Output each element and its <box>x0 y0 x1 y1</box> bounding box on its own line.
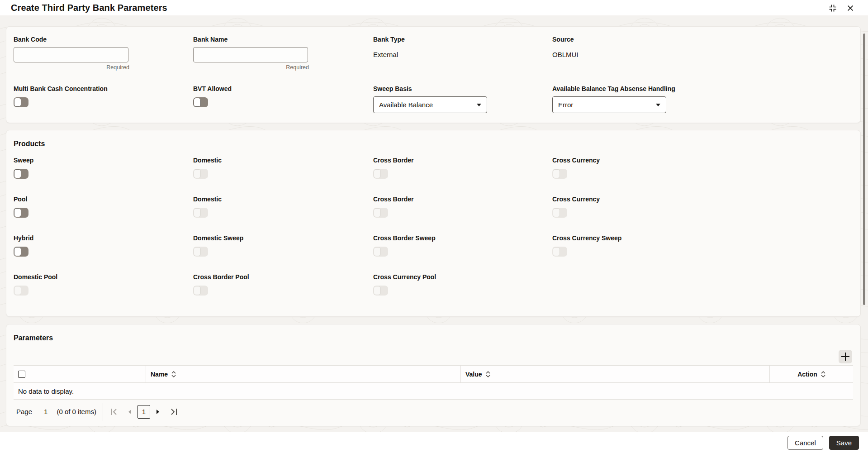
previous-page-icon[interactable] <box>128 409 132 415</box>
toggle-knob <box>374 247 381 256</box>
main-content: Bank Code Required Bank Name Required Ba… <box>0 15 868 432</box>
bank-name-required-hint: Required <box>193 64 309 71</box>
bank-code-label: Bank Code <box>14 35 193 43</box>
source-label: Source <box>552 35 853 43</box>
sort-icon[interactable] <box>821 371 825 378</box>
sweep-cross-currency-toggle <box>552 169 567 179</box>
bank-details-panel: Bank Code Required Bank Name Required Ba… <box>6 26 861 123</box>
collapse-icon[interactable] <box>828 4 837 13</box>
product-label: Domestic <box>193 195 373 203</box>
product-label: Cross Currency <box>552 156 853 164</box>
abs-handling-field: Available Balance Tag Absense Handling E… <box>552 80 853 123</box>
products-panel: Products Sweep Domestic Cross Border Cro… <box>6 130 861 317</box>
toggle-knob <box>374 286 381 295</box>
select-all-checkbox[interactable] <box>18 371 25 378</box>
products-row: Sweep Domestic Cross Border Cross Curren… <box>14 156 853 179</box>
bank-code-field: Bank Code Required <box>14 27 193 80</box>
abs-handling-selected-value: Error <box>558 101 573 109</box>
product-sweep-cross-border: Cross Border <box>373 156 552 179</box>
product-label: Hybrid <box>14 234 193 242</box>
sweep-cross-border-toggle <box>373 169 388 179</box>
product-domestic-pool: Domestic Pool <box>14 273 193 296</box>
bvt-allowed-toggle[interactable] <box>193 97 208 107</box>
product-label: Pool <box>14 195 193 203</box>
bank-name-input[interactable] <box>193 47 308 62</box>
parameters-section-title: Parameters <box>14 334 853 342</box>
footer-bar: Cancel Save <box>0 432 868 453</box>
product-hybrid-domestic-sweep: Domestic Sweep <box>193 234 373 257</box>
sweep-basis-label: Sweep Basis <box>373 85 552 93</box>
sweep-basis-field: Sweep Basis Available Balance <box>373 80 552 123</box>
select-all-header-cell <box>14 366 146 382</box>
parameters-table-header: Name Value Action <box>14 366 853 383</box>
toggle-knob <box>553 247 560 256</box>
toggle-knob <box>14 169 21 178</box>
multi-bank-cash-concentration-toggle[interactable] <box>14 97 28 107</box>
product-label: Cross Border <box>373 156 552 164</box>
sweep-basis-select[interactable]: Available Balance <box>373 96 487 113</box>
name-column-header[interactable]: Name <box>146 366 461 382</box>
bank-type-label: Bank Type <box>373 35 552 43</box>
product-hybrid: Hybrid <box>14 234 193 257</box>
sort-icon[interactable] <box>171 371 176 378</box>
chevron-down-icon <box>656 104 660 106</box>
toggle-knob <box>374 208 381 217</box>
product-hybrid-cross-border-sweep: Cross Border Sweep <box>373 234 552 257</box>
pool-toggle[interactable] <box>14 208 28 218</box>
toggle-knob <box>14 286 21 295</box>
last-page-icon[interactable] <box>169 408 178 416</box>
close-icon[interactable] <box>846 4 854 12</box>
multi-bank-cash-concentration-label: Multi Bank Cash Concentration <box>14 85 193 93</box>
product-pool: Pool <box>14 195 193 218</box>
products-row: Pool Domestic Cross Border Cross Currenc… <box>14 195 853 218</box>
chevron-down-icon <box>477 104 481 106</box>
abs-handling-select[interactable]: Error <box>552 96 666 113</box>
bank-code-input[interactable] <box>14 47 128 62</box>
add-parameter-button[interactable] <box>839 350 852 363</box>
next-page-icon[interactable] <box>156 409 160 415</box>
current-page-button[interactable]: 1 <box>138 405 150 419</box>
hybrid-toggle[interactable] <box>14 247 28 257</box>
toggle-knob <box>14 208 21 217</box>
action-column-header[interactable]: Action <box>770 366 853 382</box>
items-summary: (0 of 0 items) <box>57 408 96 415</box>
name-column-label: Name <box>151 371 168 378</box>
window-controls <box>828 4 854 13</box>
first-page-icon[interactable] <box>109 408 119 416</box>
vertical-scrollbar[interactable] <box>863 33 865 305</box>
product-cross-border-pool: Cross Border Pool <box>193 273 373 296</box>
sort-icon[interactable] <box>486 371 490 378</box>
product-label: Domestic Pool <box>14 273 193 281</box>
domestic-sweep-toggle <box>193 247 208 257</box>
value-column-header[interactable]: Value <box>461 366 770 382</box>
value-column-label: Value <box>465 371 482 378</box>
product-label: Cross Border Sweep <box>373 234 552 242</box>
product-pool-cross-border: Cross Border <box>373 195 552 218</box>
plus-icon <box>841 352 850 361</box>
product-label: Cross Border <box>373 195 552 203</box>
window-header: Create Third Party Bank Parameters <box>0 0 868 15</box>
product-pool-cross-currency: Cross Currency <box>552 195 853 218</box>
page-label: Page <box>16 408 32 415</box>
cancel-button[interactable]: Cancel <box>787 436 823 450</box>
table-empty-message: No data to display. <box>14 383 853 400</box>
parameters-table: Name Value Action <box>14 365 853 424</box>
product-pool-domestic: Domestic <box>193 195 373 218</box>
page-title: Create Third Party Bank Parameters <box>11 3 167 13</box>
cross-border-pool-toggle <box>193 286 208 296</box>
toggle-knob <box>194 247 201 256</box>
sweep-toggle[interactable] <box>14 169 28 179</box>
source-value: OBLMUI <box>552 51 853 58</box>
toggle-knob <box>553 169 560 178</box>
cross-currency-sweep-toggle <box>552 247 567 257</box>
pool-cross-border-toggle <box>373 208 388 218</box>
action-column-label: Action <box>797 371 817 378</box>
product-label: Domestic <box>193 156 373 164</box>
save-button[interactable]: Save <box>829 436 859 450</box>
pagination-bar: Page 1 (0 of 0 items) 1 <box>14 400 853 424</box>
cross-border-sweep-toggle <box>373 247 388 257</box>
pool-domestic-toggle <box>193 208 208 218</box>
multi-bank-cash-concentration-field: Multi Bank Cash Concentration <box>14 80 193 123</box>
products-section-title: Products <box>14 140 853 148</box>
bvt-allowed-label: BVT Allowed <box>193 85 373 93</box>
